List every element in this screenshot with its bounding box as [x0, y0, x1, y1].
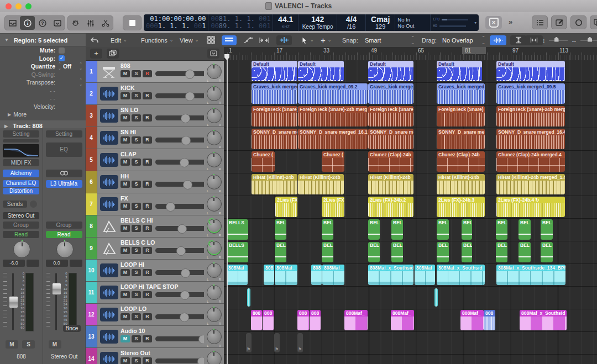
track-header-bells-c-lo[interactable]: 9BELLS C LOMSRLR: [86, 238, 224, 260]
catch-playhead-button[interactable]: [276, 33, 292, 47]
track-pan-knob[interactable]: [207, 64, 222, 79]
track-record-button[interactable]: R: [143, 225, 152, 232]
region-bells[interactable]: BELLS: [227, 242, 248, 262]
track-mute-button[interactable]: M: [121, 247, 130, 254]
track-volume-slider[interactable]: [155, 314, 204, 319]
track-header-kick[interactable]: 2KICKMSRLR: [86, 83, 224, 105]
track-number[interactable]: 12: [86, 304, 97, 325]
peak-readout[interactable]: [27, 260, 39, 267]
slider-thumb[interactable]: [177, 224, 187, 234]
track-lane-8[interactable]: BELLSBELBELBELBELBELBELBELBELBEL: [224, 219, 597, 241]
inspector-icon[interactable]: i: [20, 16, 35, 30]
track-record-button[interactable]: R: [143, 70, 152, 77]
track-record-button[interactable]: R: [143, 269, 152, 276]
lcd-key[interactable]: Cmaj 129: [366, 14, 395, 31]
track-pan-knob[interactable]: [207, 86, 222, 101]
region-muted[interactable]: [274, 333, 280, 352]
track-solo-button[interactable]: S: [132, 357, 141, 364]
track-header-bells-c-hi[interactable]: 8BELLS C HIMSRLR: [86, 215, 224, 238]
region-hihat-killinit-24b[interactable]: HiHat (KillinIt)-24b: [368, 174, 413, 194]
region-bel[interactable]: BEL: [322, 242, 333, 262]
snap-menu[interactable]: Smart⌃⌄: [365, 33, 415, 47]
track-record-button[interactable]: R: [143, 291, 152, 298]
track-pan-knob[interactable]: [207, 108, 222, 123]
track-volume-slider[interactable]: [155, 248, 204, 253]
audio-fx-slot[interactable]: Distortion: [3, 188, 39, 195]
more-row[interactable]: ▶ More: [0, 110, 86, 119]
track-mute-button[interactable]: M: [121, 136, 130, 144]
region-bel[interactable]: BEL: [519, 242, 531, 262]
track-header-sn-lo[interactable]: 3SN LOMSRLR: [86, 105, 224, 127]
view-menu[interactable]: View⌄: [180, 33, 198, 47]
track-mute-button[interactable]: M: [121, 269, 130, 276]
track-name[interactable]: HH: [121, 173, 204, 180]
track-lane-3[interactable]: ForeignTeck (Snare)ForeignTeck (Snare)-2…: [224, 105, 597, 128]
track-number[interactable]: 1: [86, 61, 97, 82]
bar-ruler[interactable]: 1173349658197113: [224, 47, 597, 61]
add-track-button[interactable]: +: [90, 49, 102, 59]
region-sonny-d-snare-me[interactable]: SONNY_D_snare me: [252, 129, 297, 149]
track-solo-button[interactable]: S: [132, 335, 141, 342]
region-default[interactable]: Default: [298, 61, 344, 81]
track-solo-button[interactable]: S: [132, 269, 141, 276]
track-name[interactable]: SN LO: [121, 107, 204, 113]
functions-menu[interactable]: Functions⌄: [141, 33, 173, 47]
track-volume-slider[interactable]: [155, 226, 204, 231]
track-pan-knob[interactable]: [207, 197, 222, 212]
region-bel[interactable]: BEL: [437, 242, 449, 262]
track-lane-10[interactable]: 808Maf808808Maf_808808Maf_808Maf_x_South…: [224, 264, 597, 287]
region-808maf[interactable]: 808Maf: [227, 265, 248, 285]
track-lane-11[interactable]: [224, 287, 597, 309]
lcd-time-signature[interactable]: 4/4 /16: [337, 14, 366, 31]
list-editors-icon[interactable]: [532, 15, 548, 29]
region-inspector-header[interactable]: ▼ Region: 5 selected: [0, 34, 86, 46]
track-lane-5[interactable]: Chunez (Chunez (Chunez (Clap)-24bChunez …: [224, 151, 597, 173]
region-foreignteck-snare-[interactable]: ForeignTeck (Snare): [437, 106, 485, 126]
track-lane-4[interactable]: SONNY_D_snare meSONNY_D_snare merged_16.…: [224, 128, 597, 151]
track-record-button[interactable]: R: [143, 114, 152, 122]
region-bel[interactable]: BEL: [368, 242, 380, 262]
horizontal-zoom-slider[interactable]: ↔: [571, 33, 597, 47]
strip-mute-button[interactable]: M: [49, 340, 61, 349]
region-default[interactable]: Default: [252, 61, 297, 81]
track-number[interactable]: 2: [86, 83, 97, 104]
track-solo-button[interactable]: S: [132, 114, 141, 122]
region-chunez-[interactable]: Chunez (: [322, 151, 344, 172]
track-header-fx[interactable]: 7FXMSRLR: [86, 193, 224, 215]
slider-thumb[interactable]: [181, 114, 190, 123]
automation-mode-button[interactable]: Read: [46, 231, 82, 238]
lcd-locators[interactable]: 0081. 1. 1. 001 0089. 1. 1. 001: [208, 14, 273, 31]
eq-slot[interactable]: EQ: [46, 143, 82, 157]
volume-readout[interactable]: 0.0: [46, 260, 68, 267]
pan-knob[interactable]: [56, 241, 74, 258]
track-record-button[interactable]: R: [143, 92, 152, 99]
region-foreignteck-snare-24b-merg[interactable]: ForeignTeck (Snare)-24b merg: [298, 106, 368, 126]
loop-row[interactable]: Loop: ✓: [0, 55, 86, 63]
region-bel[interactable]: BEL: [391, 219, 403, 240]
region-hihat-killinit-24b[interactable]: HiHat (KillinIt)-24b: [252, 174, 297, 194]
track-header-audio-10[interactable]: 13Audio 10MSRLR: [86, 326, 224, 348]
track-record-button[interactable]: R: [143, 181, 152, 188]
region-default[interactable]: Default: [437, 61, 482, 81]
output-button[interactable]: Stereo Out: [3, 212, 39, 219]
region-bel[interactable]: BEL: [391, 242, 403, 262]
pan-knob[interactable]: [13, 241, 30, 258]
region-hihat-killinit-24b[interactable]: HiHat (KillinIt)-24b: [298, 174, 344, 194]
region-808maf[interactable]: 808Maf: [415, 265, 435, 285]
region-2lies-fx[interactable]: 2Lies (FX: [275, 197, 297, 217]
region-808maf-[interactable]: 808Maf_: [275, 265, 297, 285]
eq-thumbnail[interactable]: [3, 144, 39, 157]
track-solo-button[interactable]: S: [132, 203, 141, 210]
sends-button[interactable]: Sends: [3, 201, 27, 208]
track-header-hh[interactable]: 6HHMSRLR: [86, 171, 224, 193]
track-volume-slider[interactable]: [155, 138, 204, 143]
region-hihat-killinit-24b[interactable]: HiHat (KillinIt)-24b: [437, 174, 485, 194]
region-808maf-[interactable]: 808Maf_: [391, 310, 414, 330]
track-number[interactable]: 13: [86, 326, 97, 347]
strip-name[interactable]: 808: [0, 354, 43, 360]
velocity-row[interactable]: Velocity:: [0, 103, 86, 111]
track-mute-button[interactable]: M: [121, 159, 130, 166]
track-record-button[interactable]: R: [143, 335, 152, 342]
track-lane-12[interactable]: 808808808808808Maf_808Maf_808Maf_808808M…: [224, 309, 597, 332]
track-solo-button[interactable]: S: [132, 247, 141, 254]
